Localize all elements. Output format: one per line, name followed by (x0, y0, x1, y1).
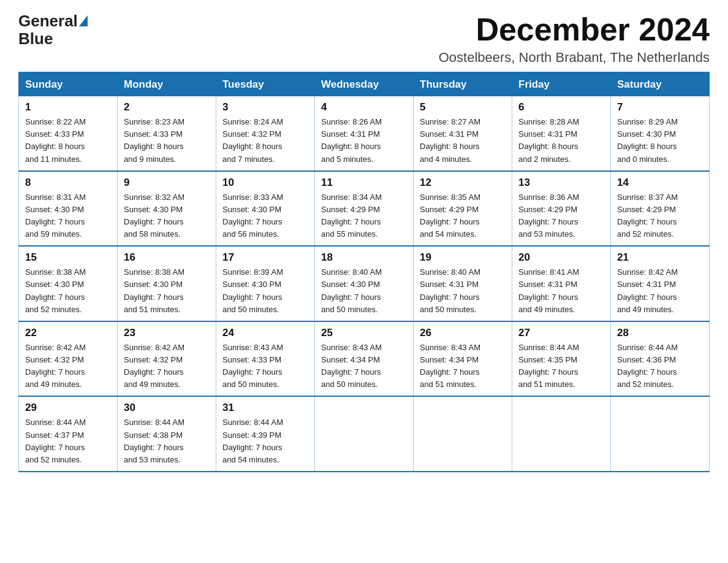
day-number: 30 (124, 402, 210, 414)
day-info: Sunrise: 8:41 AM Sunset: 4:31 PM Dayligh… (518, 266, 604, 316)
calendar-week-row: 1Sunrise: 8:22 AM Sunset: 4:33 PM Daylig… (19, 96, 710, 171)
calendar-day-9: 9Sunrise: 8:32 AM Sunset: 4:30 PM Daylig… (118, 171, 216, 247)
calendar-header-wednesday: Wednesday (315, 72, 414, 96)
calendar-header-thursday: Thursday (414, 72, 512, 96)
calendar-day-25: 25Sunrise: 8:43 AM Sunset: 4:34 PM Dayli… (315, 321, 414, 397)
calendar-day-5: 5Sunrise: 8:27 AM Sunset: 4:31 PM Daylig… (414, 96, 512, 171)
day-info: Sunrise: 8:42 AM Sunset: 4:32 PM Dayligh… (124, 342, 210, 391)
day-info: Sunrise: 8:40 AM Sunset: 4:31 PM Dayligh… (420, 266, 506, 316)
day-info: Sunrise: 8:34 AM Sunset: 4:29 PM Dayligh… (321, 191, 407, 241)
day-number: 29 (25, 402, 111, 414)
day-info: Sunrise: 8:44 AM Sunset: 4:38 PM Dayligh… (124, 416, 210, 466)
calendar-empty-cell (414, 396, 512, 472)
logo-text-general: General (18, 12, 78, 30)
logo-text-blue: Blue (18, 29, 53, 48)
day-number: 3 (222, 101, 308, 113)
day-number: 27 (518, 327, 604, 339)
logo: General Blue (18, 12, 88, 47)
calendar-day-14: 14Sunrise: 8:37 AM Sunset: 4:29 PM Dayli… (611, 171, 710, 247)
day-info: Sunrise: 8:37 AM Sunset: 4:29 PM Dayligh… (617, 191, 703, 241)
day-info: Sunrise: 8:35 AM Sunset: 4:29 PM Dayligh… (420, 191, 506, 241)
day-number: 9 (124, 177, 210, 189)
calendar-day-20: 20Sunrise: 8:41 AM Sunset: 4:31 PM Dayli… (512, 246, 611, 321)
calendar-header-monday: Monday (118, 72, 216, 96)
day-info: Sunrise: 8:39 AM Sunset: 4:30 PM Dayligh… (222, 266, 308, 316)
page-header: General Blue December 2024 Oostelbeers, … (18, 12, 710, 66)
calendar-header-sunday: Sunday (19, 72, 118, 96)
calendar-day-4: 4Sunrise: 8:26 AM Sunset: 4:31 PM Daylig… (315, 96, 414, 171)
day-number: 6 (518, 101, 604, 113)
day-number: 7 (617, 101, 703, 113)
day-number: 14 (617, 177, 703, 189)
calendar-header-saturday: Saturday (611, 72, 710, 96)
month-title: December 2024 (439, 12, 710, 47)
day-number: 31 (222, 402, 308, 414)
day-number: 1 (25, 101, 111, 113)
calendar-header-row: SundayMondayTuesdayWednesdayThursdayFrid… (19, 72, 710, 96)
day-info: Sunrise: 8:44 AM Sunset: 4:36 PM Dayligh… (617, 342, 703, 391)
day-info: Sunrise: 8:36 AM Sunset: 4:29 PM Dayligh… (518, 191, 604, 241)
calendar-day-13: 13Sunrise: 8:36 AM Sunset: 4:29 PM Dayli… (512, 171, 611, 247)
day-number: 17 (222, 251, 308, 264)
day-info: Sunrise: 8:29 AM Sunset: 4:30 PM Dayligh… (617, 116, 703, 166)
day-number: 12 (420, 177, 506, 189)
title-area: December 2024 Oostelbeers, North Brabant… (439, 12, 710, 66)
calendar-day-3: 3Sunrise: 8:24 AM Sunset: 4:32 PM Daylig… (216, 96, 315, 171)
day-info: Sunrise: 8:28 AM Sunset: 4:31 PM Dayligh… (518, 116, 604, 166)
day-info: Sunrise: 8:27 AM Sunset: 4:31 PM Dayligh… (420, 116, 506, 166)
day-number: 2 (124, 101, 210, 113)
day-number: 23 (124, 327, 210, 339)
calendar-table: SundayMondayTuesdayWednesdayThursdayFrid… (18, 72, 710, 472)
calendar-week-row: 22Sunrise: 8:42 AM Sunset: 4:32 PM Dayli… (19, 321, 710, 397)
day-number: 16 (124, 251, 210, 264)
calendar-day-12: 12Sunrise: 8:35 AM Sunset: 4:29 PM Dayli… (414, 171, 512, 247)
day-number: 25 (321, 327, 407, 339)
day-number: 15 (25, 251, 111, 264)
day-info: Sunrise: 8:22 AM Sunset: 4:33 PM Dayligh… (25, 116, 111, 166)
calendar-day-19: 19Sunrise: 8:40 AM Sunset: 4:31 PM Dayli… (414, 246, 512, 321)
calendar-day-8: 8Sunrise: 8:31 AM Sunset: 4:30 PM Daylig… (19, 171, 118, 247)
day-info: Sunrise: 8:44 AM Sunset: 4:39 PM Dayligh… (222, 416, 308, 466)
day-number: 24 (222, 327, 308, 339)
day-info: Sunrise: 8:23 AM Sunset: 4:33 PM Dayligh… (124, 116, 210, 166)
day-info: Sunrise: 8:43 AM Sunset: 4:33 PM Dayligh… (222, 342, 308, 391)
day-info: Sunrise: 8:32 AM Sunset: 4:30 PM Dayligh… (124, 191, 210, 241)
day-number: 20 (518, 251, 604, 264)
calendar-day-31: 31Sunrise: 8:44 AM Sunset: 4:39 PM Dayli… (216, 396, 315, 472)
calendar-day-22: 22Sunrise: 8:42 AM Sunset: 4:32 PM Dayli… (19, 321, 118, 397)
day-info: Sunrise: 8:38 AM Sunset: 4:30 PM Dayligh… (25, 266, 111, 316)
day-info: Sunrise: 8:42 AM Sunset: 4:31 PM Dayligh… (617, 266, 703, 316)
day-number: 11 (321, 177, 407, 189)
day-number: 19 (420, 251, 506, 264)
calendar-header-friday: Friday (512, 72, 611, 96)
day-info: Sunrise: 8:26 AM Sunset: 4:31 PM Dayligh… (321, 116, 407, 166)
day-number: 4 (321, 101, 407, 113)
calendar-header-tuesday: Tuesday (216, 72, 315, 96)
day-info: Sunrise: 8:42 AM Sunset: 4:32 PM Dayligh… (25, 342, 111, 391)
day-number: 8 (25, 177, 111, 189)
day-info: Sunrise: 8:43 AM Sunset: 4:34 PM Dayligh… (321, 342, 407, 391)
day-info: Sunrise: 8:44 AM Sunset: 4:35 PM Dayligh… (518, 342, 604, 391)
calendar-day-2: 2Sunrise: 8:23 AM Sunset: 4:33 PM Daylig… (118, 96, 216, 171)
day-info: Sunrise: 8:38 AM Sunset: 4:30 PM Dayligh… (124, 266, 210, 316)
calendar-empty-cell (315, 396, 414, 472)
day-number: 13 (518, 177, 604, 189)
calendar-day-21: 21Sunrise: 8:42 AM Sunset: 4:31 PM Dayli… (611, 246, 710, 321)
day-number: 5 (420, 101, 506, 113)
calendar-day-10: 10Sunrise: 8:33 AM Sunset: 4:30 PM Dayli… (216, 171, 315, 247)
day-number: 18 (321, 251, 407, 264)
day-number: 28 (617, 327, 703, 339)
day-number: 21 (617, 251, 703, 264)
calendar-week-row: 29Sunrise: 8:44 AM Sunset: 4:37 PM Dayli… (19, 396, 710, 472)
day-number: 26 (420, 327, 506, 339)
calendar-day-28: 28Sunrise: 8:44 AM Sunset: 4:36 PM Dayli… (611, 321, 710, 397)
calendar-week-row: 15Sunrise: 8:38 AM Sunset: 4:30 PM Dayli… (19, 246, 710, 321)
calendar-day-16: 16Sunrise: 8:38 AM Sunset: 4:30 PM Dayli… (118, 246, 216, 321)
calendar-day-7: 7Sunrise: 8:29 AM Sunset: 4:30 PM Daylig… (611, 96, 710, 171)
calendar-day-24: 24Sunrise: 8:43 AM Sunset: 4:33 PM Dayli… (216, 321, 315, 397)
calendar-day-11: 11Sunrise: 8:34 AM Sunset: 4:29 PM Dayli… (315, 171, 414, 247)
location-title: Oostelbeers, North Brabant, The Netherla… (439, 50, 710, 66)
calendar-empty-cell (512, 396, 611, 472)
day-number: 10 (222, 177, 308, 189)
calendar-week-row: 8Sunrise: 8:31 AM Sunset: 4:30 PM Daylig… (19, 171, 710, 247)
